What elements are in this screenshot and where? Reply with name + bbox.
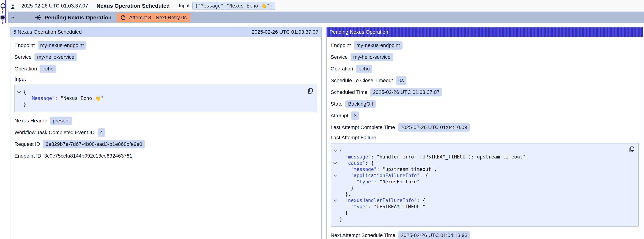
field-label: Operation (330, 66, 353, 72)
retry-icon (120, 15, 126, 20)
code-line: } (331, 210, 626, 216)
code-text: "message": "upstream timeout", (340, 166, 437, 172)
json-text (340, 160, 345, 166)
code-gutter (331, 166, 340, 172)
collapse-chevron-icon[interactable] (15, 89, 23, 95)
code-line: } (15, 102, 304, 108)
field-nexus-header: Nexus Header present (14, 116, 317, 125)
json-text: : { (417, 198, 426, 203)
code-line: "Message": "Nexus Echo 👋" (15, 95, 304, 102)
field-value-badge: 3e829b7e-7d67-4b08-aad3-b1e868bfe9e0 (43, 140, 145, 148)
field-operation: Operation echo (14, 64, 317, 73)
field-value-badge: 4 (98, 128, 106, 137)
json-key: "cause" (345, 160, 365, 166)
json-text: : "UPSTREAM_TIMEOUT" (368, 204, 426, 209)
collapse-chevron-icon[interactable] (331, 172, 340, 178)
field-value-badge: my-nexus-endpoint (38, 41, 86, 50)
code-text: { (23, 89, 26, 95)
retry-attempt-badge: Attempt 3 · Next Retry 0s (116, 13, 190, 22)
input-preview-badge: {"Message":"Nexus Echo 👋"} (192, 2, 275, 10)
workflow-history-view: 5 2025-02-26 UTC 01:03:37.07 Nexus Opera… (0, 0, 644, 239)
field-label: Service (14, 54, 32, 60)
copy-button[interactable] (628, 146, 636, 153)
field-value-badge: echo (356, 64, 372, 73)
code-line: "nexusHandlerFailureInfo": { (331, 197, 626, 204)
json-key: "applicationFailureInfo" (351, 173, 420, 178)
collapse-chevron-icon[interactable] (331, 148, 340, 154)
field-label: State (330, 101, 342, 107)
code-gutter (331, 210, 340, 216)
field-value-badge: 0s (396, 76, 406, 85)
json-key: "nexusHandlerFailureInfo" (345, 198, 417, 203)
json-text: } (23, 102, 26, 107)
code-line: "applicationFailureInfo": { (331, 172, 626, 178)
json-text (340, 198, 345, 203)
field-schedule-to-close-timeout: Schedule To Close Timeout 0s (330, 76, 639, 85)
field-label: Attempt (330, 113, 348, 118)
pending-panel-body: Endpoint my-nexus-endpoint Service my-he… (326, 36, 643, 239)
field-value-badge: 3 (351, 112, 359, 120)
input-json-block: { "Message": "Nexus Echo 👋"} (14, 84, 317, 112)
field-value-badge: 2025-02-26 UTC 01:04:13.93 (398, 231, 470, 239)
collapse-chevron-icon[interactable] (331, 160, 340, 166)
endpoint-id-link[interactable]: 3c0c75ccfa8144b092c13ce632463761 (44, 153, 132, 159)
field-label: Operation (14, 66, 37, 72)
pending-panel-header: Pending Nexus Operation (326, 28, 643, 36)
scheduled-panel-title: 5 Nexus Operation Scheduled (13, 29, 82, 35)
code-line: "type": "UPSTREAM_TIMEOUT" (331, 204, 626, 210)
field-service: Service my-hello-service (14, 53, 317, 62)
json-text: } (340, 210, 348, 216)
code-gutter (15, 102, 23, 108)
json-text (23, 96, 29, 101)
event-id-link[interactable]: 5 (11, 14, 14, 21)
code-gutter (331, 185, 340, 191)
json-text: : "upstream timeout", (377, 166, 437, 172)
code-gutter (15, 95, 23, 102)
code-text: "Message": "Nexus Echo 👋" (23, 95, 104, 102)
field-label: Service (330, 54, 348, 60)
code-gutter (331, 191, 340, 197)
scheduled-event-detail-panel: 5 Nexus Operation Scheduled 2025-02-26 U… (10, 27, 322, 239)
field-request-id: Request ID 3e829b7e-7d67-4b08-aad3-b1e86… (14, 140, 317, 148)
json-text: : { (365, 160, 374, 166)
json-text: }, (340, 192, 351, 197)
json-text (340, 204, 351, 209)
event-title: Pending Nexus Operation (44, 14, 112, 21)
copy-button[interactable] (306, 87, 314, 94)
code-text: { (340, 148, 342, 154)
event-row-pending-nexus-operation[interactable]: 5 Pending Nexus Operation Attempt 3 · Ne… (8, 12, 644, 24)
field-scheduled-time: Scheduled Time 2025-02-26 UTC 01:03:37.0… (330, 88, 639, 96)
code-text: "message": "handler error (UPSTREAM_TIME… (340, 154, 528, 160)
scheduled-panel-timestamp: 2025-02-26 UTC 01:03:37.07 (252, 29, 318, 35)
code-line: "type": "NexusFailure" (331, 178, 626, 185)
field-value-badge: my-nexus-endpoint (354, 41, 402, 50)
json-text (340, 166, 351, 172)
code-text: } (340, 185, 354, 191)
code-line: "message": "upstream timeout", (331, 166, 626, 172)
json-key: "message" (345, 154, 371, 160)
field-endpoint: Endpoint my-nexus-endpoint (330, 41, 639, 50)
collapse-chevron-icon[interactable] (331, 197, 340, 204)
event-timeline-gutter (0, 0, 8, 24)
code-line: } (331, 216, 626, 222)
field-value-badge: BackingOff (346, 100, 376, 108)
selected-group-accent-bar (5, 0, 6, 24)
scheduled-panel-header: 5 Nexus Operation Scheduled 2025-02-26 U… (10, 28, 321, 36)
code-text: "nexusHandlerFailureInfo": { (340, 197, 426, 204)
timeline-node-pending (1, 16, 4, 19)
field-value-badge: 2025-02-26 UTC 01:03:37.07 (370, 88, 442, 96)
code-gutter (331, 154, 340, 160)
input-label: Input (179, 3, 190, 8)
json-text: : "handler error (UPSTREAM_TIMEOUT): ups… (371, 154, 528, 160)
retry-badge-text: Attempt 3 · Next Retry 0s (129, 15, 186, 20)
code-text: } (340, 216, 342, 222)
field-attempt: Attempt 3 (330, 111, 639, 120)
event-row-nexus-operation-scheduled[interactable]: 5 2025-02-26 UTC 01:03:37.07 Nexus Opera… (8, 0, 644, 12)
code-text: }, (340, 191, 351, 197)
code-gutter (331, 178, 340, 185)
copy-icon (628, 146, 635, 153)
field-value-badge: 2025-02-26 UTC 01:04:10.09 (398, 123, 470, 132)
event-id-link[interactable]: 5 (11, 3, 14, 9)
event-title: Nexus Operation Scheduled (96, 3, 170, 9)
field-label: Next Attempt Schedule Time (330, 232, 395, 238)
